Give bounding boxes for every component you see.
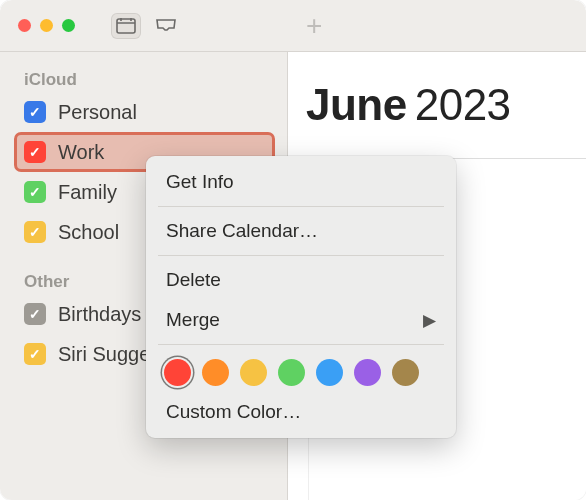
color-swatch[interactable] bbox=[392, 359, 419, 386]
add-event-button[interactable]: + bbox=[306, 12, 322, 40]
menu-share-calendar[interactable]: Share Calendar… bbox=[152, 211, 450, 251]
calendar-label: Birthdays bbox=[58, 303, 141, 326]
menu-custom-color[interactable]: Custom Color… bbox=[152, 392, 450, 432]
calendar-checkbox[interactable] bbox=[24, 141, 46, 163]
color-swatch[interactable] bbox=[240, 359, 267, 386]
calendar-icon bbox=[116, 18, 136, 34]
calendar-label: Personal bbox=[58, 101, 137, 124]
calendar-label: School bbox=[58, 221, 119, 244]
menu-separator bbox=[158, 206, 444, 207]
window-controls bbox=[18, 19, 75, 32]
sidebar-group-icloud: iCloud bbox=[14, 64, 275, 92]
calendar-checkbox[interactable] bbox=[24, 343, 46, 365]
menu-get-info[interactable]: Get Info bbox=[152, 162, 450, 202]
calendar-label: Family bbox=[58, 181, 117, 204]
sidebar-toggle-button[interactable] bbox=[111, 13, 141, 39]
color-swatch[interactable] bbox=[164, 359, 191, 386]
calendar-checkbox[interactable] bbox=[24, 181, 46, 203]
color-swatch[interactable] bbox=[354, 359, 381, 386]
calendar-checkbox[interactable] bbox=[24, 101, 46, 123]
color-swatch[interactable] bbox=[278, 359, 305, 386]
calendar-checkbox[interactable] bbox=[24, 303, 46, 325]
calendar-checkbox[interactable] bbox=[24, 221, 46, 243]
minimize-window-button[interactable] bbox=[40, 19, 53, 32]
zoom-window-button[interactable] bbox=[62, 19, 75, 32]
menu-separator bbox=[158, 344, 444, 345]
calendar-item[interactable]: Personal bbox=[14, 92, 275, 132]
menu-delete[interactable]: Delete bbox=[152, 260, 450, 300]
color-swatch-row bbox=[152, 349, 450, 392]
month-label: June bbox=[306, 80, 407, 130]
chevron-right-icon: ▶ bbox=[423, 310, 436, 331]
menu-merge-label: Merge bbox=[166, 309, 220, 331]
tray-icon bbox=[155, 18, 177, 34]
month-header: June 2023 bbox=[288, 52, 586, 140]
context-menu: Get Info Share Calendar… Delete Merge ▶ … bbox=[146, 156, 456, 438]
calendar-label: Work bbox=[58, 141, 104, 164]
titlebar bbox=[0, 0, 586, 52]
year-label: 2023 bbox=[415, 80, 511, 130]
menu-merge[interactable]: Merge ▶ bbox=[152, 300, 450, 340]
close-window-button[interactable] bbox=[18, 19, 31, 32]
color-swatch[interactable] bbox=[316, 359, 343, 386]
svg-rect-0 bbox=[117, 19, 135, 33]
color-swatch[interactable] bbox=[202, 359, 229, 386]
menu-separator bbox=[158, 255, 444, 256]
inbox-button[interactable] bbox=[151, 13, 181, 39]
